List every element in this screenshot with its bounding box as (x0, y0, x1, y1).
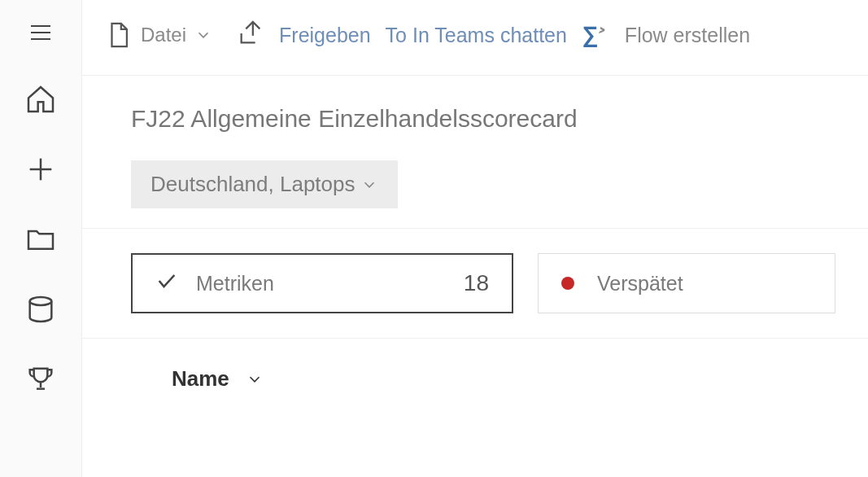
share-button[interactable]: Freigeben (279, 24, 371, 47)
metrics-card[interactable]: Metriken 18 (131, 253, 513, 313)
filter-dropdown[interactable]: Deutschland, Laptops (131, 160, 398, 208)
add-icon[interactable] (24, 153, 57, 189)
chevron-down-icon (360, 176, 378, 194)
file-label: Datei (141, 24, 186, 46)
teams-chat-button[interactable]: To In Teams chatten (386, 24, 567, 47)
home-icon[interactable] (24, 83, 57, 119)
metrics-count: 18 (464, 270, 489, 296)
create-flow-button[interactable]: Flow erstellen (625, 24, 750, 47)
filter-label: Deutschland, Laptops (150, 172, 355, 197)
nav-rail (0, 0, 81, 477)
trophy-icon[interactable] (24, 363, 57, 399)
page-title: FJ22 Allgemeine Einzelhandelsscorecard (131, 105, 835, 133)
status-dot-icon (561, 277, 574, 290)
menu-icon[interactable] (25, 20, 56, 49)
check-icon (155, 269, 178, 297)
late-label: Verspätet (597, 272, 683, 295)
folder-icon[interactable] (24, 223, 57, 259)
share-icon[interactable] (237, 20, 264, 50)
database-icon[interactable] (24, 293, 57, 329)
table-header: Name (82, 339, 868, 400)
sigma-icon[interactable]: ∑˃ (582, 22, 604, 48)
toolbar: Datei Freigeben To In Teams chatten ∑˃ F… (82, 0, 868, 76)
summary-cards: Metriken 18 Verspätet (82, 229, 868, 339)
chevron-down-icon[interactable] (246, 370, 264, 388)
file-menu[interactable]: Datei (105, 21, 212, 49)
chevron-down-icon (194, 26, 212, 44)
file-icon (105, 21, 133, 49)
page-header: FJ22 Allgemeine Einzelhandelsscorecard D… (82, 76, 868, 229)
main-area: Datei Freigeben To In Teams chatten ∑˃ F… (81, 0, 868, 477)
svg-point-5 (30, 297, 52, 305)
metrics-label: Metriken (196, 272, 274, 295)
late-card[interactable]: Verspätet (538, 253, 835, 313)
column-name[interactable]: Name (172, 366, 229, 392)
